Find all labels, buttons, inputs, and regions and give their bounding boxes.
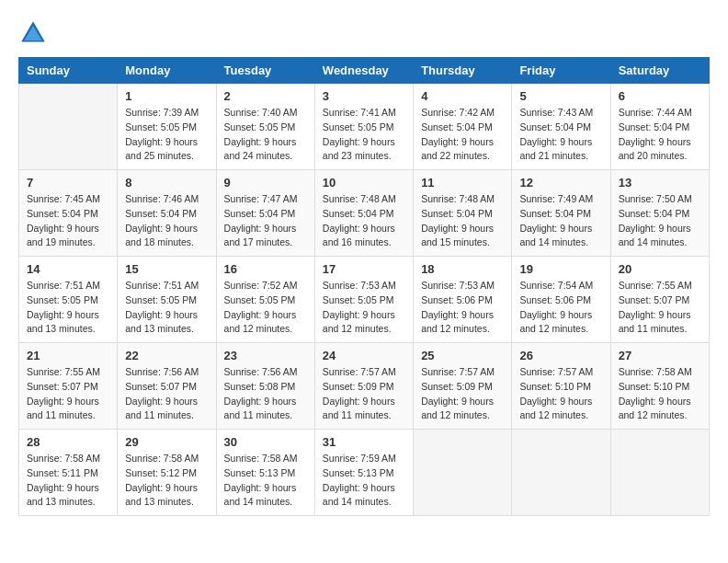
day-number: 27 bbox=[619, 349, 701, 362]
day-cell: 6Sunrise: 7:44 AMSunset: 5:04 PMDaylight… bbox=[610, 84, 709, 170]
day-number: 28 bbox=[27, 435, 109, 449]
day-info: Sunrise: 7:51 AMSunset: 5:05 PMDaylight:… bbox=[27, 279, 109, 337]
day-info: Sunrise: 7:42 AMSunset: 5:04 PMDaylight:… bbox=[421, 106, 504, 164]
day-number: 16 bbox=[224, 262, 307, 276]
day-cell: 12Sunrise: 7:49 AMSunset: 5:04 PMDayligh… bbox=[512, 170, 610, 257]
day-number: 25 bbox=[421, 349, 504, 362]
logo bbox=[18, 18, 53, 48]
day-number: 23 bbox=[224, 349, 307, 362]
day-number: 5 bbox=[519, 89, 602, 103]
header-row: SundayMondayTuesdayWednesdayThursdayFrid… bbox=[19, 58, 710, 84]
day-number: 3 bbox=[323, 89, 405, 103]
day-info: Sunrise: 7:55 AMSunset: 5:07 PMDaylight:… bbox=[619, 279, 701, 337]
day-info: Sunrise: 7:54 AMSunset: 5:06 PMDaylight:… bbox=[519, 279, 602, 337]
day-info: Sunrise: 7:57 AMSunset: 5:09 PMDaylight:… bbox=[421, 365, 504, 423]
day-cell: 16Sunrise: 7:52 AMSunset: 5:05 PMDayligh… bbox=[216, 257, 314, 343]
day-info: Sunrise: 7:50 AMSunset: 5:04 PMDaylight:… bbox=[619, 192, 701, 250]
day-info: Sunrise: 7:45 AMSunset: 5:04 PMDaylight:… bbox=[27, 192, 109, 250]
day-info: Sunrise: 7:57 AMSunset: 5:10 PMDaylight:… bbox=[519, 365, 602, 423]
day-info: Sunrise: 7:51 AMSunset: 5:05 PMDaylight:… bbox=[125, 279, 208, 337]
day-number: 7 bbox=[27, 176, 109, 190]
day-info: Sunrise: 7:57 AMSunset: 5:09 PMDaylight:… bbox=[323, 365, 405, 423]
day-cell: 31Sunrise: 7:59 AMSunset: 5:13 PMDayligh… bbox=[314, 430, 413, 516]
day-cell: 14Sunrise: 7:51 AMSunset: 5:05 PMDayligh… bbox=[19, 257, 118, 343]
day-number: 15 bbox=[125, 262, 208, 276]
day-info: Sunrise: 7:58 AMSunset: 5:13 PMDaylight:… bbox=[224, 452, 307, 510]
day-cell: 25Sunrise: 7:57 AMSunset: 5:09 PMDayligh… bbox=[414, 343, 512, 430]
day-number: 13 bbox=[619, 176, 701, 190]
day-number: 20 bbox=[619, 262, 701, 276]
day-info: Sunrise: 7:59 AMSunset: 5:13 PMDaylight:… bbox=[323, 452, 405, 510]
day-cell: 11Sunrise: 7:48 AMSunset: 5:04 PMDayligh… bbox=[414, 170, 512, 257]
day-cell: 15Sunrise: 7:51 AMSunset: 5:05 PMDayligh… bbox=[118, 257, 216, 343]
day-info: Sunrise: 7:46 AMSunset: 5:04 PMDaylight:… bbox=[125, 192, 208, 250]
day-info: Sunrise: 7:48 AMSunset: 5:04 PMDaylight:… bbox=[421, 192, 504, 250]
day-number: 11 bbox=[421, 176, 504, 190]
calendar-table: SundayMondayTuesdayWednesdayThursdayFrid… bbox=[18, 57, 710, 516]
day-info: Sunrise: 7:40 AMSunset: 5:05 PMDaylight:… bbox=[224, 106, 307, 164]
day-cell: 29Sunrise: 7:58 AMSunset: 5:12 PMDayligh… bbox=[118, 430, 216, 516]
day-number: 17 bbox=[323, 262, 405, 276]
day-cell bbox=[19, 84, 118, 170]
day-info: Sunrise: 7:53 AMSunset: 5:05 PMDaylight:… bbox=[323, 279, 405, 337]
day-header-wednesday: Wednesday bbox=[314, 58, 413, 84]
day-header-sunday: Sunday bbox=[19, 58, 118, 84]
day-cell: 9Sunrise: 7:47 AMSunset: 5:04 PMDaylight… bbox=[216, 170, 314, 257]
day-number: 21 bbox=[27, 349, 109, 362]
day-cell: 26Sunrise: 7:57 AMSunset: 5:10 PMDayligh… bbox=[512, 343, 610, 430]
day-number: 6 bbox=[619, 89, 701, 103]
day-info: Sunrise: 7:39 AMSunset: 5:05 PMDaylight:… bbox=[125, 106, 208, 164]
day-cell: 30Sunrise: 7:58 AMSunset: 5:13 PMDayligh… bbox=[216, 430, 314, 516]
day-cell: 20Sunrise: 7:55 AMSunset: 5:07 PMDayligh… bbox=[610, 257, 709, 343]
week-row-4: 21Sunrise: 7:55 AMSunset: 5:07 PMDayligh… bbox=[19, 343, 710, 430]
day-cell: 28Sunrise: 7:58 AMSunset: 5:11 PMDayligh… bbox=[19, 430, 118, 516]
day-number: 12 bbox=[519, 176, 602, 190]
day-number: 29 bbox=[125, 435, 208, 449]
day-cell: 27Sunrise: 7:58 AMSunset: 5:10 PMDayligh… bbox=[610, 343, 709, 430]
day-number: 18 bbox=[421, 262, 504, 276]
day-number: 14 bbox=[27, 262, 109, 276]
day-cell: 1Sunrise: 7:39 AMSunset: 5:05 PMDaylight… bbox=[118, 84, 216, 170]
week-row-5: 28Sunrise: 7:58 AMSunset: 5:11 PMDayligh… bbox=[19, 430, 710, 516]
day-cell bbox=[610, 430, 709, 516]
day-number: 1 bbox=[125, 89, 208, 103]
day-info: Sunrise: 7:41 AMSunset: 5:05 PMDaylight:… bbox=[323, 106, 405, 164]
day-number: 22 bbox=[125, 349, 208, 362]
day-cell: 2Sunrise: 7:40 AMSunset: 5:05 PMDaylight… bbox=[216, 84, 314, 170]
calendar-body: 1Sunrise: 7:39 AMSunset: 5:05 PMDaylight… bbox=[19, 84, 710, 516]
day-number: 2 bbox=[224, 89, 307, 103]
day-cell bbox=[512, 430, 610, 516]
page-header bbox=[18, 18, 710, 48]
day-number: 19 bbox=[519, 262, 602, 276]
day-info: Sunrise: 7:48 AMSunset: 5:04 PMDaylight:… bbox=[323, 192, 405, 250]
day-header-saturday: Saturday bbox=[610, 58, 709, 84]
day-cell: 8Sunrise: 7:46 AMSunset: 5:04 PMDaylight… bbox=[118, 170, 216, 257]
day-cell: 3Sunrise: 7:41 AMSunset: 5:05 PMDaylight… bbox=[314, 84, 413, 170]
day-number: 31 bbox=[323, 435, 405, 449]
day-number: 30 bbox=[224, 435, 307, 449]
day-cell: 18Sunrise: 7:53 AMSunset: 5:06 PMDayligh… bbox=[414, 257, 512, 343]
day-info: Sunrise: 7:56 AMSunset: 5:08 PMDaylight:… bbox=[224, 365, 307, 423]
day-cell: 23Sunrise: 7:56 AMSunset: 5:08 PMDayligh… bbox=[216, 343, 314, 430]
day-header-thursday: Thursday bbox=[414, 58, 512, 84]
day-cell: 21Sunrise: 7:55 AMSunset: 5:07 PMDayligh… bbox=[19, 343, 118, 430]
day-header-friday: Friday bbox=[512, 58, 610, 84]
day-number: 26 bbox=[519, 349, 602, 362]
day-number: 10 bbox=[323, 176, 405, 190]
day-info: Sunrise: 7:56 AMSunset: 5:07 PMDaylight:… bbox=[125, 365, 208, 423]
day-number: 8 bbox=[125, 176, 208, 190]
day-cell: 13Sunrise: 7:50 AMSunset: 5:04 PMDayligh… bbox=[610, 170, 709, 257]
day-cell bbox=[414, 430, 512, 516]
day-info: Sunrise: 7:43 AMSunset: 5:04 PMDaylight:… bbox=[519, 106, 602, 164]
day-info: Sunrise: 7:55 AMSunset: 5:07 PMDaylight:… bbox=[27, 365, 109, 423]
day-info: Sunrise: 7:49 AMSunset: 5:04 PMDaylight:… bbox=[519, 192, 602, 250]
calendar-header: SundayMondayTuesdayWednesdayThursdayFrid… bbox=[19, 58, 710, 84]
day-number: 9 bbox=[224, 176, 307, 190]
day-cell: 5Sunrise: 7:43 AMSunset: 5:04 PMDaylight… bbox=[512, 84, 610, 170]
day-cell: 24Sunrise: 7:57 AMSunset: 5:09 PMDayligh… bbox=[314, 343, 413, 430]
week-row-2: 7Sunrise: 7:45 AMSunset: 5:04 PMDaylight… bbox=[19, 170, 710, 257]
day-cell: 19Sunrise: 7:54 AMSunset: 5:06 PMDayligh… bbox=[512, 257, 610, 343]
week-row-1: 1Sunrise: 7:39 AMSunset: 5:05 PMDaylight… bbox=[19, 84, 710, 170]
week-row-3: 14Sunrise: 7:51 AMSunset: 5:05 PMDayligh… bbox=[19, 257, 710, 343]
day-info: Sunrise: 7:58 AMSunset: 5:11 PMDaylight:… bbox=[27, 452, 109, 510]
